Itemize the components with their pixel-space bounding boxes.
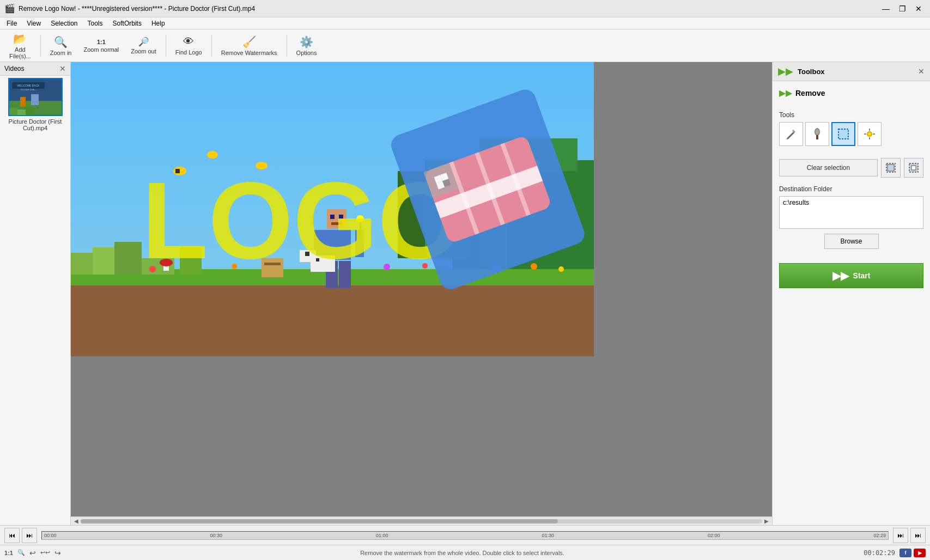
- restore-button[interactable]: ❐: [895, 3, 909, 14]
- videos-close-button[interactable]: ✕: [59, 64, 66, 73]
- redo-icon[interactable]: ↪: [54, 549, 61, 557]
- menu-tools[interactable]: Tools: [83, 19, 107, 28]
- svg-point-32: [558, 266, 564, 272]
- zoom-out-button[interactable]: 🔎 Zoom out: [126, 32, 161, 60]
- zoom-in-button[interactable]: 🔍 Zoom in: [45, 32, 77, 60]
- toolbar-sep-4: [287, 35, 287, 57]
- destination-folder-input[interactable]: [779, 196, 923, 229]
- svg-text:WELCOME BACK: WELCOME BACK: [17, 84, 40, 87]
- start-arrow-icon: ▶▶: [832, 269, 849, 282]
- browse-button[interactable]: Browse: [824, 234, 879, 249]
- pencil-tool-button[interactable]: [779, 122, 803, 146]
- svg-point-31: [531, 263, 537, 270]
- add-files-label: Add File(s)...: [9, 46, 31, 59]
- remove-watermarks-button[interactable]: 🧹 Remove Watermarks: [216, 32, 282, 60]
- toolbox-close-button[interactable]: ✕: [918, 67, 925, 76]
- youtube-icon[interactable]: ▶: [914, 549, 926, 557]
- menu-help[interactable]: Help: [147, 19, 169, 28]
- app-icon: 🎬: [4, 3, 15, 14]
- clear-selection-button[interactable]: Clear selection: [779, 159, 878, 176]
- svg-rect-20: [93, 247, 114, 275]
- window-title: Remove Logo Now! - ****Unregistered vers…: [19, 5, 255, 13]
- menu-selection[interactable]: Selection: [46, 19, 82, 28]
- toolbox-title: Toolbox: [798, 68, 825, 76]
- svg-rect-5: [20, 97, 26, 107]
- scroll-left-arrow[interactable]: ◀: [73, 518, 80, 524]
- zoom-icon: 🔍: [17, 549, 25, 556]
- close-button[interactable]: ✕: [911, 3, 926, 14]
- timeline-next-frame-button[interactable]: ⏭: [910, 528, 926, 543]
- start-label: Start: [853, 271, 871, 280]
- toolbox-title-area: ▶▶ Toolbox: [778, 65, 825, 77]
- remove-arrow-icon: ▶▶: [779, 88, 792, 98]
- options-label: Options: [296, 50, 317, 56]
- zoom-normal-label: Zoom normal: [83, 46, 119, 53]
- svg-rect-74: [838, 129, 848, 139]
- time-display: 00:02:29: [864, 549, 895, 557]
- videos-panel-header: Videos ✕: [0, 62, 70, 76]
- add-files-button[interactable]: 📂 Add File(s)...: [4, 32, 36, 60]
- minimize-button[interactable]: —: [879, 3, 893, 14]
- start-button[interactable]: ▶▶ Start: [779, 263, 923, 288]
- toolbar-sep-1: [40, 35, 41, 57]
- videos-label: Videos: [4, 65, 24, 72]
- svg-rect-7: [9, 108, 17, 116]
- zoom-level: 1:1: [4, 550, 13, 556]
- destination-folder-label: Destination Folder: [779, 185, 923, 193]
- social-icons: f ▶: [899, 549, 926, 557]
- timeline-start-button[interactable]: ⏮: [4, 528, 20, 543]
- status-bar: 1:1 🔍 ↩ ↩↩ ↪ Remove the watermark from t…: [0, 545, 930, 560]
- main-area: Videos ✕ WELCOME BACK TO OUR CHA...: [0, 62, 930, 525]
- svg-rect-21: [114, 242, 142, 275]
- remove-section: ▶▶ Remove: [779, 88, 923, 104]
- video-canvas[interactable]: LOGO: [71, 62, 772, 516]
- status-text: Remove the watermark from the whole vide…: [61, 550, 864, 556]
- timeline-end-button[interactable]: ⏭: [893, 528, 908, 543]
- magic-wand-tool-button[interactable]: [858, 122, 882, 146]
- brush-tool-button[interactable]: [805, 122, 829, 146]
- timeline-track[interactable]: 00:00 00:30 01:00 01:30 02:00 02:29: [41, 531, 889, 540]
- undo-icon[interactable]: ↩: [29, 549, 36, 557]
- horizontal-scrollbar[interactable]: ◀ ▶: [71, 516, 772, 525]
- svg-point-46: [207, 151, 218, 159]
- select-all-button[interactable]: [881, 158, 901, 178]
- svg-point-72: [816, 129, 819, 135]
- remove-watermarks-icon: 🧹: [242, 35, 256, 48]
- status-left: 1:1 🔍 ↩ ↩↩ ↪: [4, 549, 61, 557]
- menu-file[interactable]: File: [2, 19, 21, 28]
- menu-softorbits[interactable]: SoftOrbits: [108, 19, 146, 28]
- zoom-normal-button[interactable]: 1:1 Zoom normal: [78, 32, 124, 60]
- video-item[interactable]: WELCOME BACK TO OUR CHA... Picture Docto…: [0, 76, 70, 133]
- toolbox-header: ▶▶ Toolbox ✕: [773, 62, 930, 81]
- invert-selection-icon: [908, 162, 919, 173]
- zoom-out-label: Zoom out: [131, 48, 156, 54]
- destination-folder-section: Destination Folder Browse: [779, 185, 923, 249]
- toolbar: 📂 Add File(s)... 🔍 Zoom in 1:1 Zoom norm…: [0, 29, 930, 62]
- scroll-right-arrow[interactable]: ▶: [763, 518, 770, 524]
- svg-rect-71: [816, 135, 818, 139]
- toolbar-sep-3: [211, 35, 212, 57]
- tools-row: [779, 122, 923, 146]
- facebook-icon[interactable]: f: [899, 549, 911, 557]
- find-logo-icon: 👁: [183, 35, 194, 48]
- menu-view[interactable]: View: [22, 19, 45, 28]
- title-bar-left: 🎬 Remove Logo Now! - ****Unregistered ve…: [4, 3, 255, 14]
- step-back-icon[interactable]: ↩↩: [40, 549, 50, 556]
- svg-rect-9: [26, 107, 34, 116]
- svg-text:TO OUR CHA...: TO OUR CHA...: [20, 88, 35, 91]
- zoom-in-icon: 🔍: [54, 35, 68, 48]
- svg-rect-19: [71, 253, 93, 275]
- magic-wand-icon: [863, 127, 876, 141]
- title-bar: 🎬 Remove Logo Now! - ****Unregistered ve…: [0, 0, 930, 17]
- scrollbar-track[interactable]: [81, 519, 762, 524]
- remove-watermarks-label: Remove Watermarks: [221, 50, 277, 56]
- options-button[interactable]: ⚙️ Options: [291, 32, 322, 60]
- svg-rect-82: [888, 165, 894, 171]
- rectangle-tool-button[interactable]: [831, 122, 855, 146]
- game-scene-svg: LOGO: [71, 62, 594, 356]
- title-bar-controls: — ❐ ✕: [879, 3, 926, 14]
- find-logo-button[interactable]: 👁 Find Logo: [171, 32, 207, 60]
- timeline-prev-frame-button[interactable]: ⏭: [22, 528, 37, 543]
- left-panel: Videos ✕ WELCOME BACK TO OUR CHA...: [0, 62, 71, 525]
- invert-selection-button[interactable]: [904, 158, 923, 178]
